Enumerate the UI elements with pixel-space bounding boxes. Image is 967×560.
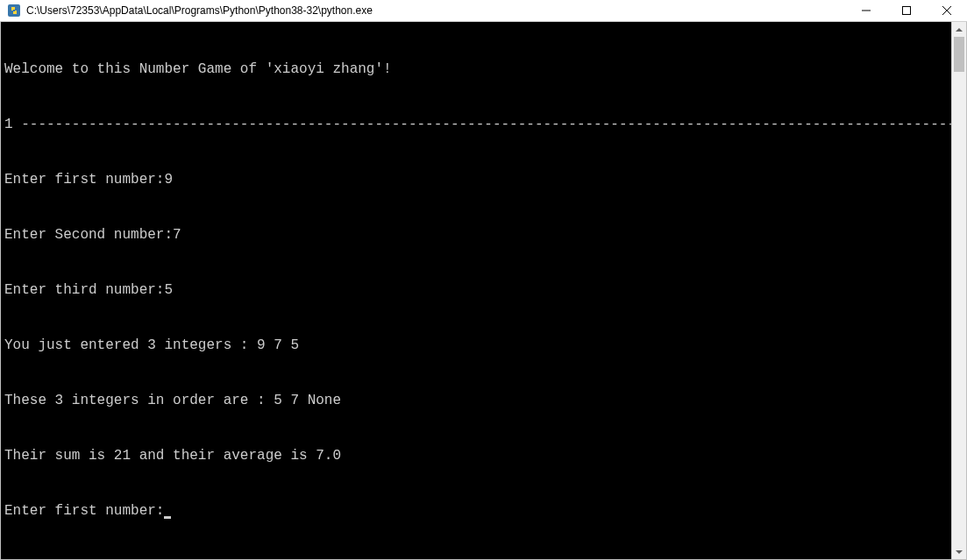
- svg-marker-6: [956, 550, 963, 554]
- console-line: Welcome to this Number Game of 'xiaoyi z…: [4, 60, 948, 79]
- scrollbar-up-arrow[interactable]: [952, 22, 966, 37]
- cursor: [164, 516, 171, 519]
- svg-marker-5: [956, 28, 963, 32]
- scrollbar[interactable]: [951, 22, 966, 559]
- svg-rect-0: [8, 4, 20, 17]
- scrollbar-track[interactable]: [952, 37, 966, 544]
- window-controls: [846, 0, 967, 21]
- svg-rect-2: [903, 7, 911, 15]
- console-line: Their sum is 21 and their average is 7.0: [4, 447, 948, 465]
- console-line: These 3 integers in order are : 5 7 None: [4, 392, 948, 410]
- minimize-button[interactable]: [846, 0, 886, 21]
- scrollbar-down-arrow[interactable]: [952, 544, 966, 559]
- console-line: Enter third number:5: [4, 281, 948, 300]
- python-icon: [7, 4, 21, 18]
- console-prompt-line: Enter first number:: [4, 502, 948, 521]
- console-line: Enter first number:9: [4, 171, 948, 189]
- titlebar[interactable]: C:\Users\72353\AppData\Local\Programs\Py…: [0, 0, 967, 22]
- console-line: You just entered 3 integers : 9 7 5: [4, 337, 948, 355]
- console-line: 1 --------------------------------------…: [4, 116, 948, 134]
- console-line: Enter Second number:7: [4, 226, 948, 245]
- maximize-button[interactable]: [886, 0, 927, 21]
- titlebar-left: C:\Users\72353\AppData\Local\Programs\Py…: [0, 4, 373, 18]
- close-button[interactable]: [927, 0, 967, 21]
- window-title: C:\Users\72353\AppData\Local\Programs\Py…: [26, 4, 373, 17]
- scrollbar-thumb[interactable]: [954, 37, 964, 72]
- console-area: Welcome to this Number Game of 'xiaoyi z…: [0, 22, 967, 560]
- console-content[interactable]: Welcome to this Number Game of 'xiaoyi z…: [1, 22, 951, 559]
- console-prompt-text: Enter first number:: [4, 503, 164, 519]
